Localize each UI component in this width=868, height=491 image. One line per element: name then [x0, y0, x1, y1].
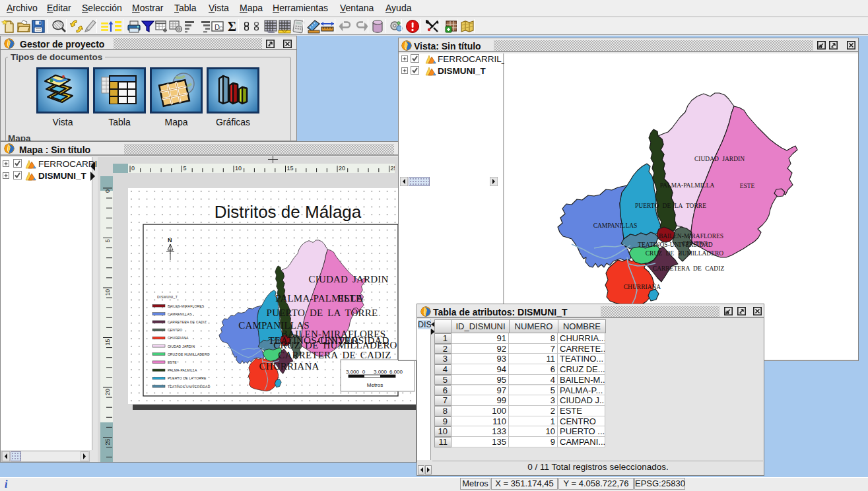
svg-text:Distritos de Málaga: Distritos de Málaga [215, 202, 362, 222]
svg-text:D: D [215, 23, 220, 31]
svg-text:PUERTO DE LA TORRE: PUERTO DE LA TORRE [267, 308, 378, 318]
svg-text:0: 0 [362, 369, 366, 375]
svg-text:PUERTO DE LA TORRE: PUERTO DE LA TORRE [168, 376, 207, 380]
svg-text:CARRETERA DE CADIZ: CARRETERA DE CADIZ [168, 320, 207, 324]
svg-text:15: 15 [287, 165, 294, 172]
svg-text:BAILEN-MIRAFLORES: BAILEN-MIRAFLORES [659, 233, 723, 240]
svg-text:3.000: 3.000 [346, 369, 360, 375]
svg-text:DISMUNI_T: DISMUNI_T [157, 295, 178, 299]
svg-text:PALMA-PALMILLA: PALMA-PALMILLA [660, 182, 715, 189]
svg-text:15: 15 [104, 339, 111, 346]
svg-text:PUERTO DE LA TORRE: PUERTO DE LA TORRE [635, 203, 706, 209]
svg-text:CENTRO: CENTRO [168, 328, 182, 332]
svg-text:N: N [168, 237, 172, 244]
svg-text:ESTE: ESTE [168, 360, 177, 364]
svg-text:CHURRIANA: CHURRIANA [168, 336, 189, 340]
svg-text:0: 0 [104, 189, 111, 193]
svg-text:CARRETERA DE CADIZ: CARRETERA DE CADIZ [653, 265, 725, 272]
svg-text:CIUDAD JARDIN: CIUDAD JARDIN [168, 344, 195, 348]
svg-text:CAMPANILLAS: CAMPANILLAS [593, 222, 638, 229]
svg-text:5: 5 [184, 165, 187, 172]
svg-text:6.000: 6.000 [389, 369, 403, 375]
svg-text:BAILEN-MIRAFLORES: BAILEN-MIRAFLORES [168, 304, 205, 308]
svg-text:CRUZ DE HUMILLADERO: CRUZ DE HUMILLADERO [168, 352, 210, 356]
svg-text:20: 20 [339, 165, 345, 172]
svg-text:10: 10 [235, 165, 242, 172]
svg-text:Metros: Metros [367, 382, 383, 388]
svg-text:0: 0 [131, 165, 135, 172]
svg-text:10: 10 [104, 289, 111, 296]
svg-text:CHURRIANA: CHURRIANA [259, 361, 319, 372]
svg-text:3.000: 3.000 [374, 369, 387, 375]
svg-text:ESTE: ESTE [338, 293, 362, 304]
svg-text:Σ: Σ [228, 19, 236, 34]
svg-text:CRUZ DE HUMILLADERO: CRUZ DE HUMILLADERO [273, 340, 397, 350]
svg-text:25: 25 [391, 165, 395, 172]
svg-text:CIUDAD JARDIN: CIUDAD JARDIN [308, 274, 388, 284]
svg-text:CRUZ DE HUMILLADERO: CRUZ DE HUMILLADERO [646, 250, 724, 257]
svg-text:CAMPANILLAS: CAMPANILLAS [168, 312, 192, 316]
svg-text:CARRETERA DE CADIZ: CARRETERA DE CADIZ [278, 350, 391, 360]
svg-text:20: 20 [104, 389, 111, 395]
svg-text:TEATINOS-UNIVERSIDAD: TEATINOS-UNIVERSIDAD [168, 385, 211, 389]
svg-text:TEATINOS-UNIVERSIDAD: TEATINOS-UNIVERSIDAD [638, 242, 713, 248]
svg-text:CIUDAD JARDIN: CIUDAD JARDIN [694, 156, 745, 162]
svg-text:PALMA-PALMILLA: PALMA-PALMILLA [168, 368, 197, 372]
svg-text:25: 25 [104, 439, 111, 445]
svg-text:ESTE: ESTE [740, 183, 755, 189]
svg-text:5: 5 [104, 240, 111, 243]
svg-text:CHURRIANA: CHURRIANA [624, 284, 661, 290]
